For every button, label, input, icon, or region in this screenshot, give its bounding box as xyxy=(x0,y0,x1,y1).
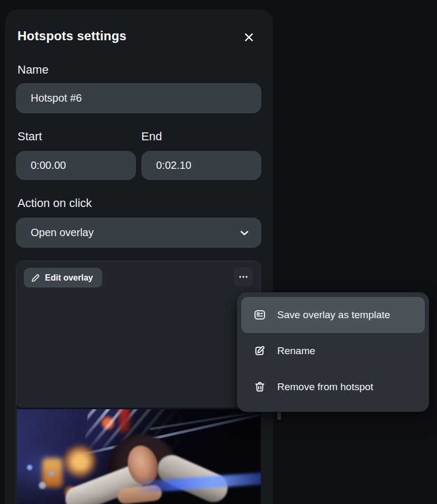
edit-overlay-button[interactable]: Edit overlay xyxy=(24,268,102,287)
menu-item-label: Rename xyxy=(277,345,315,357)
thumbnail-art-vignette xyxy=(17,409,261,504)
trash-icon xyxy=(253,380,267,394)
ellipsis-icon xyxy=(236,270,250,284)
pencil-icon xyxy=(31,273,40,283)
action-select[interactable]: Open overlay xyxy=(16,218,261,248)
hotspots-settings-panel: Hotspots settings Name Start End Action … xyxy=(5,10,273,504)
template-card-icon xyxy=(253,308,267,322)
end-label: End xyxy=(141,130,162,143)
edit-overlay-label: Edit overlay xyxy=(45,273,93,283)
name-label: Name xyxy=(17,63,49,77)
name-input[interactable] xyxy=(16,83,261,113)
hotspots-settings-screen: Hotspots settings Name Start End Action … xyxy=(0,0,437,504)
action-on-click-label: Action on click xyxy=(17,196,92,210)
video-frame-thumbnail xyxy=(17,409,261,504)
start-time-input[interactable] xyxy=(16,151,136,180)
action-select-value: Open overlay xyxy=(31,227,238,239)
menu-item-label: Save overlay as template xyxy=(277,309,390,321)
rename-pencil-square-icon xyxy=(253,344,267,358)
chevron-down-icon xyxy=(238,227,251,239)
panel-title: Hotspots settings xyxy=(17,29,126,43)
overlay-context-menu: Save overlay as template Rename Remove f… xyxy=(237,292,429,412)
menu-item-save-overlay-as-template[interactable]: Save overlay as template xyxy=(241,297,425,333)
overlay-more-button[interactable] xyxy=(234,267,253,286)
start-label: Start xyxy=(17,130,42,143)
end-time-input[interactable] xyxy=(141,151,261,180)
overlay-preview-card: Edit overlay xyxy=(16,260,261,504)
menu-item-label: Remove from hotspot xyxy=(277,381,374,393)
close-button[interactable] xyxy=(238,26,259,48)
menu-item-remove-from-hotspot[interactable]: Remove from hotspot xyxy=(241,369,425,405)
menu-item-rename[interactable]: Rename xyxy=(241,333,425,369)
x-icon xyxy=(242,30,256,44)
